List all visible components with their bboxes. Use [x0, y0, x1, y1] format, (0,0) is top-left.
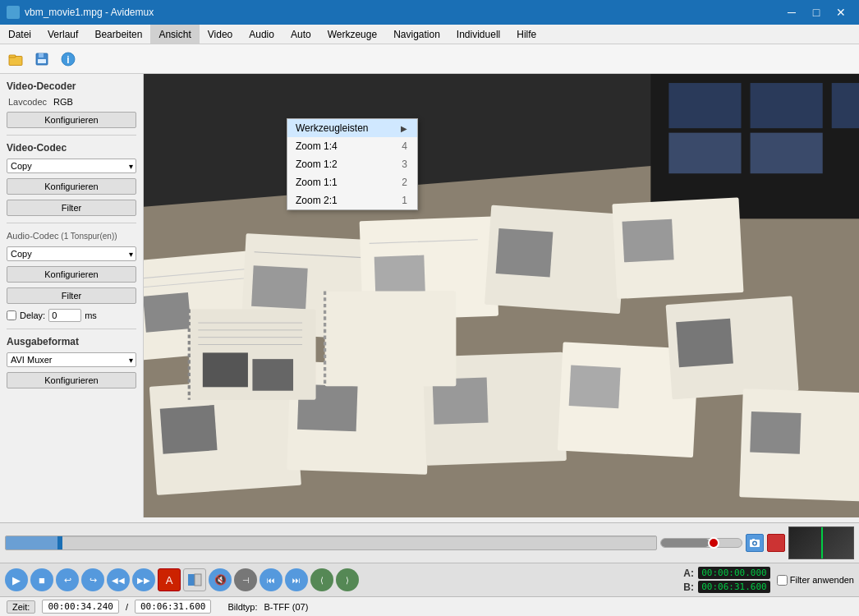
- menu-werkzeuge[interactable]: Werkzeuge: [319, 25, 385, 44]
- camera-icon-button[interactable]: [746, 534, 764, 552]
- video-frame: [144, 74, 859, 517]
- go-start-button[interactable]: ⏮: [260, 568, 283, 591]
- mark-a-button[interactable]: A: [158, 568, 181, 591]
- mute-button[interactable]: 🔇: [209, 568, 232, 591]
- menu-datei[interactable]: Datei: [0, 25, 39, 44]
- menu-bar: Datei Verlauf Bearbeiten Ansicht Video A…: [0, 25, 859, 44]
- title-bar: vbm_movie1.mpg - Avidemux ─ □ ✕: [0, 0, 859, 25]
- decoder-info: Lavcodec RGB: [7, 97, 136, 107]
- current-time-value: 00:00:34.240: [42, 600, 118, 614]
- timeline-thumb[interactable]: [57, 536, 62, 549]
- svg-rect-51: [750, 411, 801, 454]
- open-icon: [7, 51, 24, 67]
- toolbar: i: [0, 44, 859, 74]
- delay-input[interactable]: [48, 309, 81, 322]
- open-button[interactable]: [3, 48, 28, 71]
- next-key-icon: ⟩: [341, 574, 354, 586]
- svg-rect-46: [203, 352, 248, 387]
- timeline-fill: [6, 536, 57, 549]
- timeline-row: [0, 522, 859, 563]
- prev-key-button[interactable]: ⟨: [310, 568, 333, 591]
- menu-verlauf[interactable]: Verlauf: [39, 25, 86, 44]
- ausgabeformat-label: Ausgabeformat: [7, 336, 136, 347]
- red-marker-button[interactable]: [767, 534, 785, 552]
- go-end-button[interactable]: ⏭: [285, 568, 308, 591]
- forward-button[interactable]: ↪: [81, 568, 104, 591]
- maximize-button[interactable]: □: [805, 1, 828, 24]
- video-filter-button[interactable]: Filter: [7, 200, 136, 216]
- video-codec-select[interactable]: Copy FFV1 H.264 MPEG-4: [7, 159, 136, 173]
- zoom-14-label: Zoom 1:4: [296, 140, 338, 152]
- video-configure-button[interactable]: Konfigurieren: [7, 178, 136, 195]
- menu-navigation[interactable]: Navigation: [385, 25, 448, 44]
- filter-apply-row: Filter anwenden: [777, 575, 854, 586]
- delay-unit: ms: [85, 310, 97, 320]
- svg-rect-58: [195, 574, 201, 586]
- prev-frame-button[interactable]: ◀◀: [107, 568, 130, 591]
- menu-audio[interactable]: Audio: [241, 25, 283, 44]
- format-configure-button[interactable]: Konfigurieren: [7, 372, 136, 388]
- menu-individuell[interactable]: Individuell: [448, 25, 508, 44]
- decoder-configure-button[interactable]: Konfigurieren: [7, 112, 136, 128]
- delay-checkbox[interactable]: [7, 310, 16, 320]
- b-label: B:: [683, 582, 695, 593]
- svg-rect-31: [160, 405, 218, 454]
- zoom-14-shortcut: 4: [402, 140, 407, 152]
- svg-text:⟩: ⟩: [346, 576, 349, 585]
- zeit-label: Zeit:: [7, 600, 35, 614]
- delay-label: Delay:: [20, 310, 45, 320]
- divider-1: [7, 135, 136, 136]
- app-icon: [7, 6, 20, 19]
- play-button[interactable]: ▶: [5, 568, 28, 591]
- svg-rect-19: [144, 292, 191, 333]
- svg-point-55: [754, 542, 756, 545]
- save-icon: [34, 51, 50, 67]
- save-button[interactable]: [30, 48, 54, 71]
- decoder-value: RGB: [53, 97, 73, 107]
- audio-configure-button[interactable]: Konfigurieren: [7, 266, 136, 283]
- filter-apply-checkbox[interactable]: [777, 575, 788, 586]
- svg-rect-4: [39, 53, 44, 57]
- mark-b-button[interactable]: [183, 568, 206, 591]
- video-area: Werkzeugleisten ▶ Zoom 1:4 4 Zoom 1:2 3 …: [144, 74, 859, 517]
- menu-video[interactable]: Video: [200, 25, 241, 44]
- rewind-button[interactable]: ↩: [56, 568, 79, 591]
- minimize-button[interactable]: ─: [780, 1, 803, 24]
- menu-ansicht[interactable]: Ansicht: [150, 25, 199, 44]
- svg-rect-11: [668, 83, 741, 128]
- filter-apply-label: Filter anwenden: [790, 575, 854, 585]
- volume-slider-track[interactable]: [660, 538, 742, 548]
- dropdown-werkzeugleisten[interactable]: Werkzeugleisten ▶: [287, 119, 417, 137]
- close-button[interactable]: ✕: [829, 1, 852, 24]
- svg-rect-57: [188, 574, 195, 586]
- audio-filter-button[interactable]: Filter: [7, 287, 136, 304]
- next-key-button[interactable]: ⟩: [336, 568, 359, 591]
- menu-bearbeiten[interactable]: Bearbeiten: [86, 25, 150, 44]
- svg-rect-22: [251, 265, 308, 309]
- menu-hilfe[interactable]: Hilfe: [508, 25, 544, 44]
- svg-rect-56: [752, 539, 755, 540]
- info-button[interactable]: i: [56, 48, 80, 71]
- werkzeugleisten-label: Werkzeugleisten: [296, 122, 369, 134]
- format-select[interactable]: AVI Muxer MKV Muxer MP4 Muxer: [7, 352, 136, 367]
- dropdown-zoom-21[interactable]: Zoom 2:1 1: [287, 191, 417, 209]
- next-frame-button[interactable]: ▶▶: [132, 568, 155, 591]
- cut-left-button[interactable]: ⊣: [234, 568, 257, 591]
- svg-rect-12: [751, 83, 823, 128]
- audio-codec-select[interactable]: Copy AAC MP3 AC3: [7, 246, 136, 261]
- svg-text:⟨: ⟨: [320, 576, 324, 585]
- dropdown-menu: Werkzeugleisten ▶ Zoom 1:4 4 Zoom 1:2 3 …: [287, 118, 418, 210]
- stop-button[interactable]: ■: [30, 568, 53, 591]
- svg-rect-29: [622, 219, 674, 263]
- dropdown-zoom-14[interactable]: Zoom 1:4 4: [287, 137, 417, 155]
- zoom-11-label: Zoom 1:1: [296, 177, 338, 188]
- volume-thumb[interactable]: [708, 537, 719, 549]
- timeline-track[interactable]: [5, 536, 657, 550]
- divider-3: [7, 329, 136, 329]
- menu-auto[interactable]: Auto: [283, 25, 319, 44]
- dropdown-zoom-12[interactable]: Zoom 1:2 3: [287, 155, 417, 173]
- video-codec-label: Video-Codec: [7, 142, 136, 154]
- svg-rect-40: [325, 291, 457, 386]
- dropdown-zoom-11[interactable]: Zoom 1:1 2: [287, 173, 417, 191]
- b-time-row: B: 00:06:31.600: [683, 581, 769, 593]
